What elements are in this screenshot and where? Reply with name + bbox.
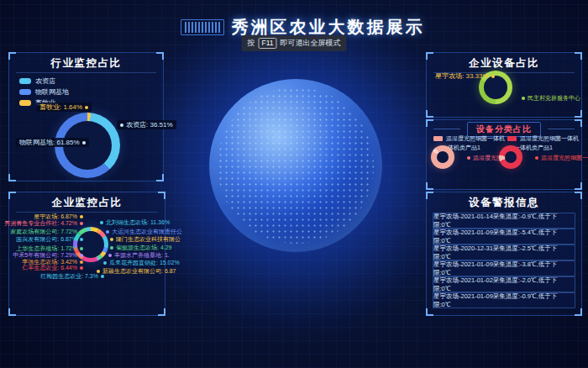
f11-key: F11: [258, 38, 276, 49]
chart-label: 民主村党群服务中心: [522, 94, 580, 102]
divider: [16, 72, 156, 73]
legend-item-yitiji[interactable]: 温湿度光照细菌一体机: [507, 134, 579, 143]
panel-title: 企业设备占比: [427, 56, 581, 71]
panel-title: 企业监控占比: [9, 196, 165, 210]
brand-logo: [181, 19, 224, 35]
panel-industry-monitor: 行业监控占比 农资店 物联网基地 畜牧业 畜牧业: 1.64% 农资店: 36.…: [8, 52, 164, 181]
alarm-row: 星宇农场-2021-01-09采集温度:-0.9℃,低于下限:0℃: [433, 292, 575, 308]
fullscreen-tooltip: 按 F11 即可退出全屏模式: [241, 35, 346, 51]
corner-accent: [156, 174, 164, 181]
title-sideline: [548, 129, 575, 129]
corner-accent: [426, 308, 433, 316]
alarm-row: 星宇农场-2021-01-09采集温度:-5.4℃,低于下限:0℃: [433, 229, 575, 244]
tooltip-text: 按: [247, 38, 255, 49]
chart-label: 温湿度光照细菌一: [535, 154, 588, 161]
alarm-row: 星宇农场-2021-01-02采集温度:-2.0℃,低于下限:0℃: [433, 276, 575, 292]
corner-accent: [426, 119, 433, 127]
device-class-donut-right[interactable]: [499, 145, 522, 169]
chart-label: 菊懿源生态农场: 4.29: [110, 244, 172, 251]
panel-title: 设备警报信息: [427, 196, 581, 210]
corner-accent: [158, 308, 165, 316]
panel-device-class: 设备分类占比 温湿度光照细菌一体机 一体机类产品1 温湿度光照细菌一 温湿度光照…: [426, 119, 582, 190]
legend-item-yitiji[interactable]: 温湿度光照细菌一体机: [433, 134, 505, 143]
alarm-row: 星宇农场-2020-12-31采集温度:-2.5℃,低于下限:0℃: [433, 244, 575, 260]
chart-label: 家庭农场有限公司: 7.72%: [10, 228, 83, 235]
alarm-row: 星宇农场-2021-01-09采集温度:-3.8℃,低于下限:0℃: [433, 260, 575, 276]
chart-label: 畜牧业: 1.64%: [36, 103, 92, 112]
donut-hole: [437, 151, 449, 163]
legend-label: 温湿度光照细菌一体机: [520, 134, 579, 143]
legend-item-wulianwang[interactable]: 物联网基地: [19, 87, 69, 96]
corner-accent: [8, 174, 16, 181]
globe: [209, 79, 382, 252]
dashboard: 秀洲区农业大数据展示 按 F11 即可退出全屏模式 行业监控占比 农资店 物联网…: [0, 0, 588, 368]
donut-hole: [505, 151, 517, 163]
corner-accent: [575, 308, 582, 316]
title-sideline: [433, 129, 460, 129]
corner-accent: [8, 308, 16, 316]
alarm-row: 星宇农场-2021-01-14采集温度:-0.9℃,低于下限:0℃: [433, 213, 575, 229]
chart-label: 隆门生态农业科技有限公: [110, 235, 181, 243]
corner-accent: [426, 110, 433, 118]
chart-label: 红梅园生态农业: 7.3%: [40, 272, 104, 280]
device-class-donut-left[interactable]: [431, 145, 454, 169]
corner-accent: [575, 110, 582, 118]
chart-label: 仁丰生态农业: 6.44%: [22, 264, 83, 271]
chart-label: 国兴发有限公司: 6.87%: [16, 235, 83, 243]
chart-label: 物联网基地: 61.85%: [16, 138, 89, 147]
panel-enterprise-monitor: 企业监控占比 星宇农场: 6.87% 秀洲菁鱼专业合作社: 4.72% 家庭农场…: [8, 192, 165, 316]
panel-device-alarms: 设备警报信息 星宇农场-2021-01-14采集温度:-0.9℃,低于下限:0℃…: [426, 192, 582, 316]
chart-label: 星宇农场: 33.33%: [435, 72, 495, 80]
corner-accent: [426, 182, 433, 190]
tooltip-text: 即可退出全屏模式: [281, 38, 341, 49]
chart-label: 北刘锦生态农场: 11.36%: [100, 218, 170, 226]
chart-label: 丰源水产养殖基地: 1.: [108, 251, 170, 259]
legend-label: 温湿度光照细菌一体机: [446, 134, 505, 143]
corner-accent: [575, 182, 582, 190]
panel-device-ratio: 企业设备占比 星宇农场: 33.33% 民主村党群服务中心: [426, 52, 582, 118]
chart-label: 秀洲菁鱼专业合作社: 4.72%: [4, 219, 83, 227]
legend-label: 物联网基地: [35, 87, 69, 97]
legend-label: 农资店: [35, 76, 55, 86]
chart-label: 新颖生态农业有限公司: 6.87: [97, 267, 176, 275]
chart-label: 农资店: 36.51%: [117, 120, 176, 129]
corner-accent: [575, 119, 582, 127]
legend-item-nongzidian[interactable]: 农资店: [19, 76, 69, 85]
panel-title: 行业监控占比: [9, 56, 163, 71]
chart-label: 大运河生态农业有限责任公: [106, 228, 182, 235]
chart-label: 瓜果花卉园直销处: 15.02%: [103, 259, 180, 266]
